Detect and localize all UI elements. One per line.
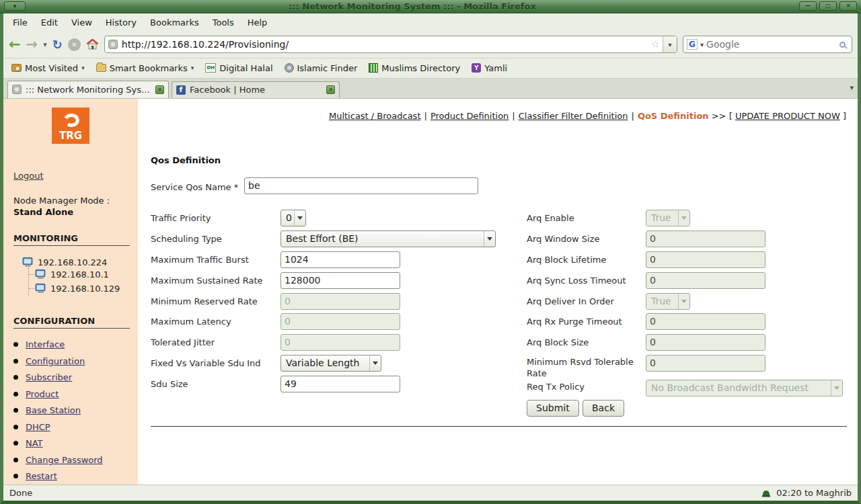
window-menu-icon: ▾ bbox=[13, 3, 17, 9]
sidebar-item-base-station[interactable]: Base Station bbox=[26, 405, 81, 415]
tree-node-child[interactable]: 192.168.10.129 bbox=[29, 282, 138, 296]
status-text: Done bbox=[9, 488, 32, 498]
search-input[interactable] bbox=[706, 39, 839, 50]
sidebar-item-dhcp[interactable]: DHCP bbox=[26, 422, 50, 432]
arq-block-lifetime-input[interactable] bbox=[646, 251, 765, 268]
bullet-icon bbox=[13, 359, 18, 364]
chevron-down-icon bbox=[831, 380, 842, 396]
bracket-close: ] bbox=[843, 111, 846, 121]
tab-favicon-icon bbox=[12, 85, 22, 94]
tree-node-child[interactable]: 192.168.10.1 bbox=[29, 267, 138, 282]
node-manager-mode-value: Stand Alone bbox=[13, 207, 73, 217]
service-qos-name-input[interactable] bbox=[244, 177, 478, 194]
history-dropdown-icon[interactable]: ▾ bbox=[43, 40, 47, 49]
tolerated-jitter-label: Tolerated Jitter bbox=[151, 337, 215, 347]
bookmark-most-visited[interactable]: Most Visited ▾ bbox=[11, 63, 85, 73]
submit-button[interactable]: Submit bbox=[527, 400, 579, 417]
maximum-sustained-rate-input[interactable] bbox=[280, 272, 400, 289]
status-bar: Done 02:20 to Maghrib bbox=[3, 485, 858, 501]
menu-edit[interactable]: Edit bbox=[34, 15, 65, 30]
search-box: G ▾ bbox=[683, 36, 852, 53]
tab-network-monitoring[interactable]: ::: Network Monitoring Syste... ✕ bbox=[7, 81, 169, 98]
computer-icon bbox=[35, 269, 46, 279]
search-icon[interactable] bbox=[839, 42, 846, 48]
bookmark-yamli[interactable]: Y Yamli bbox=[472, 63, 507, 73]
tree-node-root[interactable]: 192.168.10.224 bbox=[22, 257, 138, 267]
menu-help[interactable]: Help bbox=[241, 15, 274, 30]
sidebar-item-subscriber[interactable]: Subscriber bbox=[26, 372, 72, 382]
breadcrumb-classifier-filter-definition[interactable]: Classifier Filter Definition bbox=[519, 111, 628, 121]
logo-text: TRG bbox=[59, 130, 82, 142]
minimum-rsvd-tolerable-rate-label: Minimum Rsvd Tolerable Rate bbox=[527, 356, 644, 379]
home-icon[interactable] bbox=[86, 39, 99, 50]
forward-icon[interactable]: → bbox=[26, 36, 38, 52]
bookmark-muslims-directory[interactable]: Muslims Directory bbox=[369, 63, 460, 73]
search-engine-dropdown-icon[interactable]: ▾ bbox=[698, 41, 706, 48]
sidebar-item-restart[interactable]: Restart bbox=[26, 471, 57, 481]
menu-file[interactable]: File bbox=[6, 15, 34, 30]
arq-sync-loss-timeout-input[interactable] bbox=[646, 272, 765, 289]
reload-icon[interactable]: ↻ bbox=[52, 38, 63, 52]
bookmark-star-icon[interactable]: ☆ bbox=[651, 38, 663, 50]
divider bbox=[151, 426, 847, 427]
arq-deliver-in-order-label: Arq Deliver In Order bbox=[527, 296, 614, 306]
yamli-icon: Y bbox=[472, 63, 481, 73]
arq-sync-loss-timeout-label: Arq Sync Loss Timeout bbox=[527, 276, 626, 286]
maximum-traffic-burst-input[interactable] bbox=[280, 251, 400, 268]
stop-icon[interactable]: ✕ bbox=[68, 38, 81, 51]
arq-rx-purge-timeout-input[interactable] bbox=[646, 313, 765, 330]
arq-block-lifetime-label: Arq Block Lifetime bbox=[527, 255, 607, 265]
url-dropdown-icon[interactable]: ▾ bbox=[663, 36, 677, 52]
sidebar-item-configuration[interactable]: Configuration bbox=[26, 356, 85, 366]
traffic-priority-select[interactable]: 0 bbox=[280, 210, 306, 226]
prayer-times-widget[interactable]: 02:20 to Maghrib bbox=[761, 488, 852, 498]
bookmark-digital-halal[interactable]: DH Digital Halal bbox=[205, 63, 272, 73]
arq-block-size-input[interactable] bbox=[646, 334, 765, 351]
menu-tools[interactable]: Tools bbox=[206, 15, 241, 30]
fixed-vs-variable-sdu-ind-select[interactable]: Variable Length bbox=[280, 355, 381, 372]
bookmark-smart-bookmarks[interactable]: Smart Bookmarks ▾ bbox=[96, 63, 194, 73]
google-engine-icon[interactable]: G bbox=[687, 39, 698, 50]
tab-close-icon[interactable]: ✕ bbox=[155, 85, 164, 94]
computer-icon bbox=[35, 284, 46, 293]
breadcrumb-multicast-broadcast[interactable]: Multicast / Broadcast bbox=[329, 111, 421, 121]
sidebar-item-product[interactable]: Product bbox=[26, 389, 59, 399]
tolerated-jitter-input bbox=[280, 334, 400, 351]
sidebar-item-nat[interactable]: NAT bbox=[26, 438, 43, 448]
tab-list-dropdown-icon[interactable]: ▾ bbox=[850, 83, 854, 92]
navigation-toolbar: ← → ▾ ↻ ✕ ☆ ▾ G ▾ bbox=[3, 32, 858, 58]
tab-facebook[interactable]: f Facebook | Home ✕ bbox=[172, 81, 340, 98]
tab-close-icon[interactable]: ✕ bbox=[326, 85, 335, 94]
back-button[interactable]: Back bbox=[583, 400, 624, 417]
back-icon[interactable]: ← bbox=[9, 36, 21, 52]
sidebar-item-interface[interactable]: Interface bbox=[26, 339, 65, 349]
sdu-size-input[interactable] bbox=[280, 376, 400, 392]
chevron-down-icon bbox=[678, 294, 689, 309]
menu-view[interactable]: View bbox=[65, 15, 99, 30]
page-title: Qos Definition bbox=[151, 155, 221, 165]
update-product-now-link[interactable]: UPDATE PRODUCT NOW bbox=[735, 111, 840, 121]
bookmark-label: Digital Halal bbox=[219, 63, 272, 73]
menu-bookmarks[interactable]: Bookmarks bbox=[143, 15, 206, 30]
maximum-latency-input bbox=[280, 313, 400, 330]
minimum-rsvd-tolerable-rate-input[interactable] bbox=[646, 355, 765, 372]
url-input[interactable] bbox=[118, 39, 651, 50]
facebook-icon: f bbox=[176, 85, 186, 95]
breadcrumb-product-definition[interactable]: Product Definition bbox=[430, 111, 509, 121]
scheduling-type-select[interactable]: Best Effort (BE) bbox=[280, 230, 496, 247]
menu-history[interactable]: History bbox=[99, 15, 143, 30]
service-qos-name-label: Service Qos Name * bbox=[151, 182, 238, 192]
minimize-button[interactable]: — bbox=[799, 1, 817, 11]
bullet-icon bbox=[13, 408, 18, 413]
bookmark-islamic-finder[interactable]: Islamic Finder bbox=[285, 63, 358, 73]
sidebar-item-change-password[interactable]: Change Password bbox=[26, 455, 103, 465]
bullet-icon bbox=[13, 392, 18, 396]
node-manager-mode-label: Node Manager Mode : bbox=[13, 195, 138, 206]
close-button[interactable]: ✕ bbox=[839, 1, 857, 11]
maximize-button[interactable]: ▢ bbox=[819, 1, 837, 11]
window-menu-button[interactable]: ▾ bbox=[4, 1, 26, 11]
maximum-latency-label: Maximum Latency bbox=[151, 317, 231, 327]
logout-link[interactable]: Logout bbox=[13, 171, 44, 181]
islamic-finder-icon bbox=[285, 63, 294, 73]
arq-window-size-input[interactable] bbox=[646, 230, 765, 247]
